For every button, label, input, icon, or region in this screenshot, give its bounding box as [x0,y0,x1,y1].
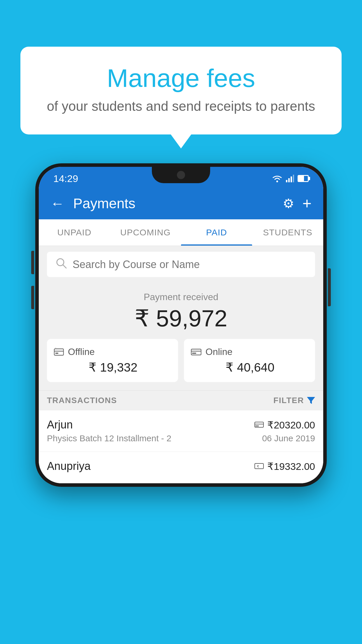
status-icons [272,175,309,182]
tab-upcoming[interactable]: UPCOMING [110,219,181,246]
search-input[interactable] [73,258,306,271]
phone-frame: 14:29 [35,163,327,487]
online-amount: ₹ 40,640 [191,360,308,374]
transactions-header: TRANSACTIONS FILTER [39,390,323,410]
tab-paid[interactable]: PAID [181,219,252,246]
bubble-subtitle: of your students and send receipts to pa… [35,98,327,114]
svg-text:₹: ₹ [55,348,56,349]
search-box[interactable] [47,252,315,277]
battery-icon [298,175,309,182]
transaction-amount: ₹20320.00 [267,419,315,431]
app-bar: ← Payments ⚙ + [39,187,323,219]
transaction-amount-wrap: ₹ ₹19332.00 [254,461,315,472]
power-button [328,268,331,306]
svg-marker-14 [307,397,315,404]
back-button[interactable]: ← [50,195,64,211]
payment-cards: ₹ Offline ₹ 19,332 [47,339,315,382]
svg-rect-1 [286,180,287,182]
svg-rect-18 [255,463,263,469]
svg-rect-4 [293,175,294,182]
filter-label: FILTER [273,396,304,405]
svg-rect-9 [55,353,58,354]
search-container [39,246,323,283]
signal-icon [286,175,294,182]
volume-down-button [31,286,34,309]
offline-payment-icon-small: ₹ [254,463,264,470]
search-icon [56,258,67,271]
svg-rect-17 [255,426,259,426]
payment-summary: Payment received ₹ 59,972 ₹ Offline [39,283,323,390]
online-payment-icon-small [254,421,264,428]
settings-icon[interactable]: ⚙ [283,196,294,211]
phone-notch [152,167,210,183]
filter-button[interactable]: FILTER [273,396,315,405]
speech-bubble: Manage fees of your students and send re… [20,47,342,134]
transaction-name: Anupriya [47,460,91,473]
transaction-detail: Physics Batch 12 Installment - 2 [47,433,171,443]
transactions-label: TRANSACTIONS [47,396,117,405]
svg-text:₹: ₹ [257,465,259,469]
app-bar-title: Payments [73,195,274,211]
online-card-header: Online [191,346,308,357]
offline-payment-icon: ₹ [54,348,64,356]
offline-card-header: ₹ Offline [54,346,171,357]
bubble-title: Manage fees [35,64,327,92]
svg-line-6 [63,265,66,268]
tab-students[interactable]: STUDENTS [252,219,323,246]
svg-rect-13 [192,353,196,354]
tabs-bar: UNPAID UPCOMING PAID STUDENTS [39,219,323,246]
volume-up-button [31,251,34,274]
table-row[interactable]: Anupriya ₹ ₹19332.00 [39,452,323,483]
svg-rect-11 [191,349,201,355]
svg-rect-3 [291,176,292,182]
phone-wrapper: 14:29 [35,163,327,487]
offline-amount: ₹ 19,332 [54,360,171,374]
online-payment-icon [191,348,201,356]
payment-received-label: Payment received [47,292,315,302]
svg-point-0 [276,181,278,182]
offline-card: ₹ Offline ₹ 19,332 [47,339,178,382]
offline-label: Offline [68,346,95,357]
online-label: Online [205,346,233,357]
add-icon[interactable]: + [302,194,312,212]
online-card: Online ₹ 40,640 [184,339,315,382]
phone-screen: 14:29 [39,167,323,483]
transaction-name: Arjun [47,419,73,431]
svg-rect-2 [288,178,290,182]
wifi-icon [272,175,282,182]
app-bar-actions: ⚙ + [283,194,312,212]
svg-rect-15 [255,422,263,427]
transaction-amount: ₹19332.00 [267,461,315,472]
payment-total-amount: ₹ 59,972 [47,305,315,332]
table-row[interactable]: Arjun ₹20320.00 Physics Batch 12 Install… [39,410,323,452]
transaction-amount-wrap: ₹20320.00 [254,419,315,431]
front-camera [177,171,185,179]
transaction-date: 06 June 2019 [262,433,315,443]
transaction-list: Arjun ₹20320.00 Physics Batch 12 Install… [39,410,323,483]
svg-rect-7 [54,349,64,355]
tab-unpaid[interactable]: UNPAID [39,219,110,246]
status-time: 14:29 [53,173,78,184]
filter-icon [307,397,315,404]
